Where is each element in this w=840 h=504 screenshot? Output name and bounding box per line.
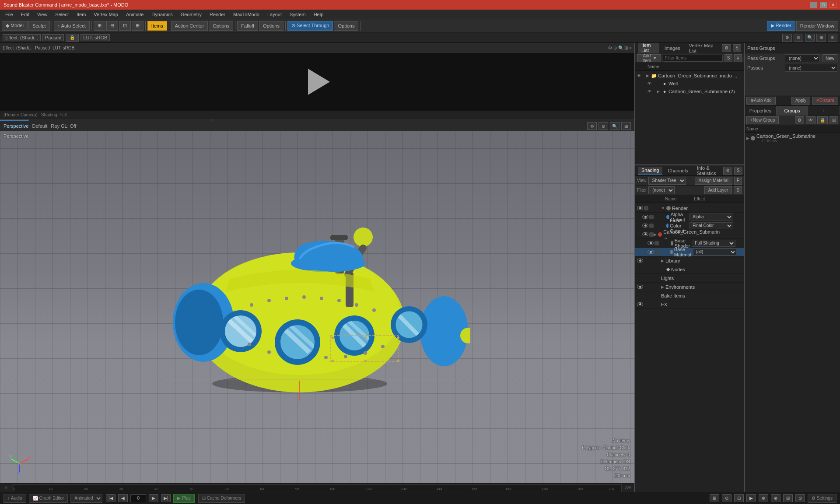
- menu-maxtomodo[interactable]: MaxToModo: [230, 11, 263, 18]
- tab-vertex-map-list[interactable]: Vertex Map List: [686, 43, 719, 54]
- menu-animate[interactable]: Animate: [122, 11, 147, 18]
- items-btn[interactable]: Items: [147, 21, 167, 31]
- base-mat-dropdown[interactable]: (all): [693, 248, 737, 256]
- env-expand[interactable]: ▶: [661, 285, 664, 289]
- filter-items-input[interactable]: [663, 55, 723, 62]
- groups-tree-list[interactable]: ▶ Cartoon_Green_Submarine 11 Items: [745, 133, 840, 492]
- select-through-options-btn[interactable]: Options: [334, 21, 358, 31]
- groups-lock-btn[interactable]: 🔒: [817, 116, 828, 124]
- groups-vis-btn[interactable]: 👁: [806, 116, 816, 124]
- shading-settings-btn[interactable]: ⚙: [723, 167, 732, 175]
- group-expand[interactable]: ▶: [746, 136, 749, 140]
- apply-btn[interactable]: Apply: [791, 97, 810, 105]
- settings-icon-btn[interactable]: ⚙: [722, 44, 731, 52]
- toolbar-icon-3[interactable]: ⊡: [119, 21, 131, 31]
- item-tree-list[interactable]: 👁 ▶ 📁 Cartoon_Green_Submarine_modo ... 👁…: [635, 71, 744, 164]
- menu-geometry[interactable]: Geometry: [177, 11, 205, 18]
- status-icon-5[interactable]: ⊕: [759, 494, 768, 502]
- next-keyframe-btn[interactable]: ▶|: [161, 494, 171, 502]
- vp-icon-1[interactable]: ⚙: [587, 122, 597, 130]
- tab-properties[interactable]: Properties: [745, 106, 777, 116]
- model-btn[interactable]: ◆ Model: [2, 21, 28, 31]
- menu-help[interactable]: Help: [310, 11, 327, 18]
- preset-label[interactable]: Default: [32, 123, 47, 129]
- render-expand[interactable]: ▼: [661, 206, 665, 210]
- lib-expand[interactable]: ▶: [661, 259, 664, 263]
- sculpt-btn[interactable]: Sculpt: [28, 21, 50, 31]
- filter-s-btn[interactable]: S: [724, 54, 733, 62]
- falloff-btn[interactable]: Falloff: [237, 21, 258, 31]
- select-through-btn[interactable]: ⊙ Select Through: [287, 21, 333, 31]
- shader-library[interactable]: ▶ Library: [635, 256, 744, 265]
- lut-label[interactable]: LUT: sRGB: [80, 34, 110, 41]
- final-effect-dropdown[interactable]: Final Color: [690, 222, 733, 229]
- status-icon-7[interactable]: ⊞: [783, 494, 793, 502]
- close-button[interactable]: ✕: [830, 2, 836, 8]
- settings-btn[interactable]: ⚙ Settings: [808, 494, 836, 503]
- perspective-label[interactable]: Perspective: [4, 123, 28, 129]
- shader-fx[interactable]: FX: [635, 300, 744, 309]
- sub-icon-4[interactable]: ⊞: [816, 34, 826, 42]
- menu-select[interactable]: Select: [52, 11, 72, 18]
- status-icon-8[interactable]: ⊙: [795, 494, 805, 502]
- menu-vertex-map[interactable]: Vertex Map: [90, 11, 122, 18]
- paused-label[interactable]: Paused: [42, 34, 64, 41]
- pass-groups-dropdown[interactable]: (none): [785, 54, 820, 62]
- ray-gl-label[interactable]: Ray GL: Off: [51, 123, 76, 129]
- status-icon-2[interactable]: ⊙: [722, 494, 732, 502]
- menu-system[interactable]: System: [286, 11, 309, 18]
- maximize-button[interactable]: □: [820, 2, 827, 8]
- new-group-btn[interactable]: + New Group: [746, 116, 779, 124]
- shader-base-material[interactable]: Base Material (all): [635, 248, 744, 256]
- tab-groups[interactable]: Groups: [777, 106, 808, 116]
- filter-dropdown[interactable]: (none): [648, 186, 675, 194]
- graph-editor-btn[interactable]: 📈 Graph Editor: [29, 494, 68, 503]
- shading-search-btn[interactable]: S: [734, 167, 742, 175]
- toolbar-icon-2[interactable]: ⊟: [106, 21, 118, 31]
- filter-hash-btn[interactable]: #: [734, 54, 742, 62]
- animated-dropdown[interactable]: Animated: [70, 494, 102, 503]
- menu-item[interactable]: Item: [73, 11, 89, 18]
- new-pass-btn[interactable]: New: [822, 54, 837, 62]
- menu-dynamics[interactable]: Dynamics: [148, 11, 176, 18]
- action-center-btn[interactable]: Action Center: [171, 21, 208, 31]
- minimize-button[interactable]: ─: [810, 2, 817, 8]
- shader-alpha-output[interactable]: Alpha Output Alpha: [635, 213, 744, 221]
- shader-lights[interactable]: Lights: [635, 274, 744, 283]
- tab-images[interactable]: Images: [661, 45, 684, 52]
- sub-icon-3[interactable]: 🔍: [805, 34, 815, 42]
- menu-edit[interactable]: Edit: [18, 11, 33, 18]
- status-icon-1[interactable]: ⊞: [710, 494, 719, 502]
- status-icon-3[interactable]: ⊡: [734, 494, 744, 502]
- render-btn[interactable]: ▶ Render: [767, 21, 795, 31]
- discard-btn[interactable]: ✕ Discard: [812, 97, 838, 105]
- effect-label[interactable]: Effect: (Shadi...: [3, 34, 41, 41]
- tab-channels[interactable]: Channels: [664, 167, 691, 174]
- lock-btn[interactable]: 🔒: [66, 34, 79, 42]
- add-item-btn[interactable]: Add Item ▼: [637, 54, 661, 62]
- menu-view[interactable]: View: [34, 11, 51, 18]
- tab-shading[interactable]: Shading: [638, 167, 662, 175]
- cache-deformers-btn[interactable]: ⊡ Cache Deformers: [198, 494, 245, 503]
- toolbar-icon-1[interactable]: ⊞: [94, 21, 105, 31]
- shader-tree-list[interactable]: ▼ Render Alpha: [635, 203, 744, 492]
- layer-s-btn[interactable]: S: [734, 186, 742, 194]
- passes-dropdown[interactable]: (none): [785, 64, 837, 72]
- toolbar-icon-4[interactable]: ⊞: [132, 21, 144, 31]
- shader-render[interactable]: ▼ Render: [635, 204, 744, 213]
- shader-environments[interactable]: ▶ Environments: [635, 283, 744, 291]
- groups-icons[interactable]: ⚙: [795, 116, 804, 124]
- sub-icon-2[interactable]: ⊙: [794, 34, 803, 42]
- next-frame-btn[interactable]: ▶: [149, 494, 158, 502]
- tree-item-mesh-0[interactable]: 👁 ● Well: [635, 80, 744, 88]
- prev-keyframe-btn[interactable]: |◀: [106, 494, 116, 502]
- status-icon-6[interactable]: ⊗: [771, 494, 780, 502]
- sub-icon-5[interactable]: ≡: [828, 34, 837, 42]
- sub-icon-1[interactable]: ⚙: [782, 34, 792, 42]
- add-layer-btn[interactable]: Add Layer: [704, 186, 732, 194]
- render-window-btn[interactable]: Render Window: [796, 21, 838, 31]
- vp-icon-4[interactable]: ⊞: [621, 122, 631, 130]
- audio-btn[interactable]: ♪ Audio: [4, 494, 26, 503]
- tab-groups-add[interactable]: +: [808, 106, 840, 116]
- shader-nodes[interactable]: ◆ Nodes: [635, 265, 744, 274]
